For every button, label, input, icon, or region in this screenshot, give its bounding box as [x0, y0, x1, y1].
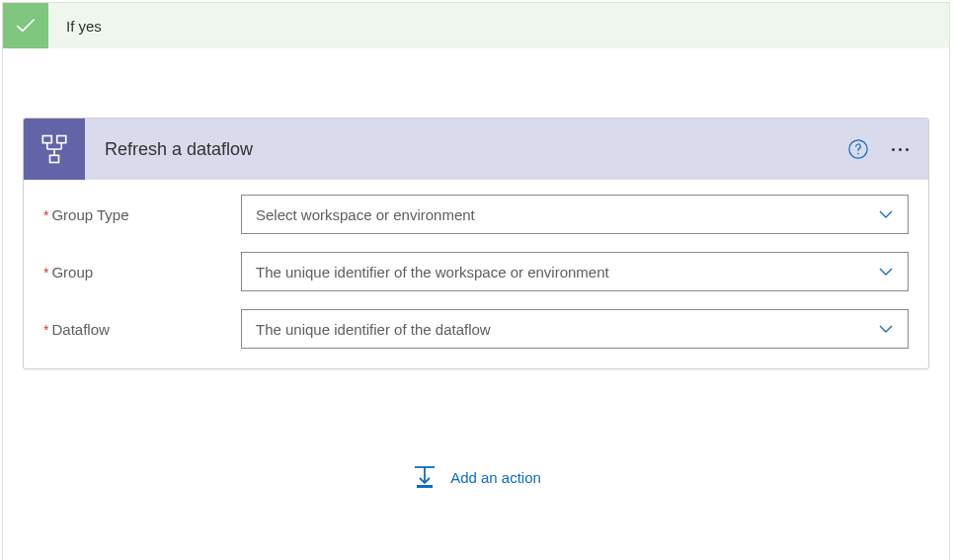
form-row-dataflow: * Dataflow The unique identifier of the …	[43, 309, 909, 349]
action-header[interactable]: Refresh a dataflow	[24, 119, 928, 180]
more-options-icon[interactable]	[888, 148, 913, 151]
label-group: * Group	[43, 264, 241, 280]
dataflow-icon	[24, 119, 85, 180]
add-action-area: Add an action	[23, 369, 929, 530]
add-action-button[interactable]: Add an action	[411, 463, 541, 491]
form-body: * Group Type Select workspace or environ…	[24, 180, 928, 368]
label-text: Group	[51, 264, 93, 280]
svg-rect-6	[50, 155, 59, 162]
action-title: Refresh a dataflow	[105, 139, 846, 160]
required-star-icon: *	[43, 207, 48, 223]
chevron-down-icon	[878, 321, 894, 337]
select-placeholder: Select workspace or environment	[256, 206, 878, 223]
chevron-down-icon	[878, 206, 894, 222]
if-yes-header[interactable]: If yes	[3, 3, 949, 48]
svg-rect-1	[57, 136, 66, 143]
required-star-icon: *	[43, 322, 48, 338]
add-action-icon	[411, 463, 438, 491]
select-placeholder: The unique identifier of the dataflow	[256, 321, 878, 338]
content-area: Refresh a dataflow * Group Type	[3, 48, 949, 560]
svg-rect-11	[417, 485, 433, 488]
action-card: Refresh a dataflow * Group Type	[23, 118, 929, 369]
label-group-type: * Group Type	[43, 206, 241, 223]
checkmark-icon	[3, 3, 48, 48]
svg-point-8	[857, 153, 859, 155]
form-row-group: * Group The unique identifier of the wor…	[43, 252, 909, 291]
select-placeholder: The unique identifier of the workspace o…	[256, 264, 878, 280]
label-text: Dataflow	[51, 321, 109, 338]
select-group[interactable]: The unique identifier of the workspace o…	[241, 252, 909, 291]
form-row-group-type: * Group Type Select workspace or environ…	[43, 195, 909, 234]
chevron-down-icon	[878, 264, 894, 280]
add-action-label: Add an action	[450, 469, 541, 486]
if-yes-container: If yes Refresh a dataflow	[2, 2, 950, 560]
select-dataflow[interactable]: The unique identifier of the dataflow	[241, 309, 909, 349]
required-star-icon: *	[43, 265, 48, 280]
svg-rect-0	[42, 136, 51, 143]
if-yes-title: If yes	[66, 18, 102, 35]
label-dataflow: * Dataflow	[43, 321, 241, 338]
select-group-type[interactable]: Select workspace or environment	[241, 195, 909, 234]
help-icon[interactable]	[846, 137, 870, 161]
label-text: Group Type	[51, 206, 128, 223]
